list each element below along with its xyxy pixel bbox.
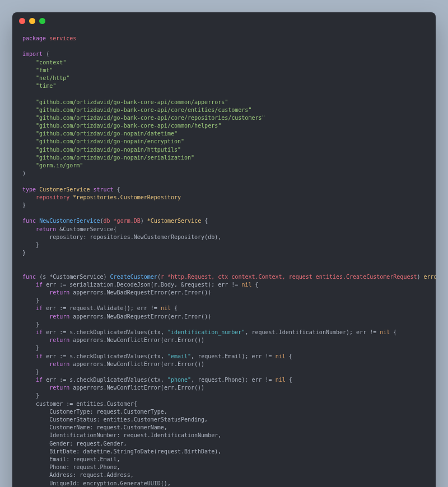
keyword-if: if [36, 377, 43, 383]
dup-check-fn: s.checkDuplicatedValues [69, 329, 147, 335]
code-area: package services import ( "context" "fmt… [12, 29, 436, 487]
error-return: apperrors.NewBadRequestError(err.Error()… [73, 289, 211, 296]
customer-fields: CustomerType: request.CustomerType, Cust… [22, 409, 221, 487]
struct-init-line: repository: repositories.NewCustomerRepo… [49, 234, 221, 240]
keyword-func: func [22, 274, 36, 280]
keyword-package: package [22, 35, 46, 41]
keyword-if: if [36, 282, 43, 288]
arg: request.Phone [198, 377, 241, 383]
keyword-return: return [49, 289, 69, 296]
dup-check-fn: s.checkDuplicatedValues [69, 353, 147, 359]
window-titlebar [12, 12, 436, 29]
fn-return-type: *CustomerService [147, 218, 201, 224]
error-return: apperrors.NewConflictError(err.Error()) [73, 361, 204, 367]
error-return: apperrors.NewConflictError(err.Error()) [73, 385, 204, 391]
keyword-return: return [49, 385, 69, 391]
struct-field: repository [36, 194, 69, 200]
keyword-return: return [49, 361, 69, 367]
nil-literal: nil [161, 305, 171, 311]
close-icon[interactable] [19, 18, 25, 24]
receiver: (s *CustomerService) [39, 274, 106, 280]
fn-params: r *http.Request, ctx context.Context, re… [161, 274, 417, 280]
keyword-import: import [22, 51, 43, 57]
fn-newcustomer: NewCustomerService [39, 218, 100, 224]
fn-createcustomer: CreateCustomer [110, 274, 157, 280]
keyword-if: if [36, 329, 43, 335]
arg: request.Email [198, 353, 241, 359]
keyword-if: if [36, 353, 43, 359]
customer-decl: customer := entities.Customer{ [36, 401, 137, 407]
struct-name: CustomerService [39, 186, 90, 193]
error-return: apperrors.NewConflictError(err.Error()) [73, 337, 204, 343]
arg: request.IdentificationNumber [251, 329, 346, 335]
string-literal: "identification_number" [167, 329, 245, 335]
nil-literal: nil [380, 329, 390, 335]
validate-call: request.Validate() [69, 305, 130, 311]
editor-window: package services import ( "context" "fmt… [12, 12, 436, 487]
nil-literal: nil [276, 377, 286, 383]
dup-check-fn: s.checkDuplicatedValues [69, 377, 147, 383]
package-name: services [49, 35, 76, 41]
keyword-if: if [36, 305, 43, 311]
minimize-icon[interactable] [29, 18, 35, 24]
keyword-type: type [22, 186, 36, 193]
keyword-func: func [22, 218, 36, 224]
return-expr: &CustomerService{ [59, 226, 116, 232]
keyword-struct: struct [93, 186, 113, 193]
struct-field-type: *repositories.CustomerRepository [73, 194, 181, 200]
keyword-return: return [36, 226, 56, 232]
nil-literal: nil [241, 282, 251, 288]
maximize-icon[interactable] [39, 18, 45, 24]
error-return: apperrors.NewBadRequestError(err.Error()… [73, 313, 211, 320]
fn-param: db *gorm.DB [104, 218, 141, 224]
decode-call: serialization.DecodeJson(r.Body, &reques… [69, 282, 211, 288]
fn-return-type: error [424, 274, 436, 280]
keyword-return: return [49, 313, 69, 320]
string-literal: "email" [167, 353, 191, 359]
string-literal: "phone" [167, 377, 191, 383]
keyword-return: return [49, 337, 69, 343]
nil-literal: nil [276, 353, 286, 359]
import-block: "context" "fmt" "net/http" "time" "githu… [22, 59, 265, 168]
